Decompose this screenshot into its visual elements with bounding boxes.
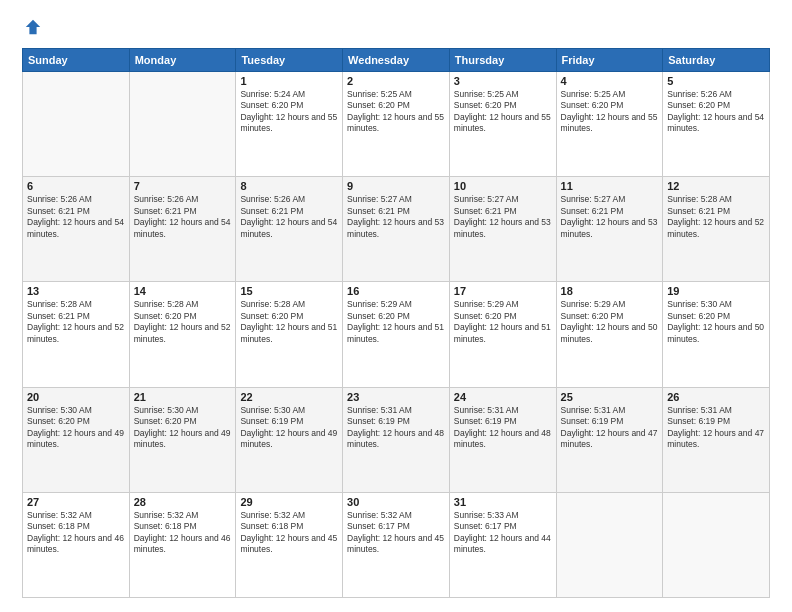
day-info: Sunrise: 5:28 AMSunset: 6:21 PMDaylight:… <box>27 299 125 345</box>
day-number: 10 <box>454 180 552 192</box>
calendar-cell: 24Sunrise: 5:31 AMSunset: 6:19 PMDayligh… <box>449 387 556 492</box>
calendar-cell: 29Sunrise: 5:32 AMSunset: 6:18 PMDayligh… <box>236 492 343 597</box>
day-number: 16 <box>347 285 445 297</box>
day-number: 9 <box>347 180 445 192</box>
day-info: Sunrise: 5:31 AMSunset: 6:19 PMDaylight:… <box>667 405 765 451</box>
day-number: 18 <box>561 285 659 297</box>
calendar-cell: 15Sunrise: 5:28 AMSunset: 6:20 PMDayligh… <box>236 282 343 387</box>
day-number: 15 <box>240 285 338 297</box>
calendar-cell: 7Sunrise: 5:26 AMSunset: 6:21 PMDaylight… <box>129 177 236 282</box>
day-number: 8 <box>240 180 338 192</box>
calendar-header-thursday: Thursday <box>449 49 556 72</box>
day-info: Sunrise: 5:32 AMSunset: 6:18 PMDaylight:… <box>240 510 338 556</box>
day-number: 12 <box>667 180 765 192</box>
day-number: 24 <box>454 391 552 403</box>
day-info: Sunrise: 5:31 AMSunset: 6:19 PMDaylight:… <box>561 405 659 451</box>
day-number: 30 <box>347 496 445 508</box>
calendar-cell: 12Sunrise: 5:28 AMSunset: 6:21 PMDayligh… <box>663 177 770 282</box>
calendar-cell: 27Sunrise: 5:32 AMSunset: 6:18 PMDayligh… <box>23 492 130 597</box>
calendar-cell: 17Sunrise: 5:29 AMSunset: 6:20 PMDayligh… <box>449 282 556 387</box>
day-info: Sunrise: 5:32 AMSunset: 6:18 PMDaylight:… <box>27 510 125 556</box>
calendar-cell: 2Sunrise: 5:25 AMSunset: 6:20 PMDaylight… <box>343 72 450 177</box>
calendar-week-row-3: 13Sunrise: 5:28 AMSunset: 6:21 PMDayligh… <box>23 282 770 387</box>
day-info: Sunrise: 5:32 AMSunset: 6:17 PMDaylight:… <box>347 510 445 556</box>
day-info: Sunrise: 5:29 AMSunset: 6:20 PMDaylight:… <box>454 299 552 345</box>
calendar-cell: 11Sunrise: 5:27 AMSunset: 6:21 PMDayligh… <box>556 177 663 282</box>
day-number: 4 <box>561 75 659 87</box>
calendar-table: SundayMondayTuesdayWednesdayThursdayFrid… <box>22 48 770 598</box>
day-info: Sunrise: 5:26 AMSunset: 6:21 PMDaylight:… <box>27 194 125 240</box>
calendar-cell: 28Sunrise: 5:32 AMSunset: 6:18 PMDayligh… <box>129 492 236 597</box>
calendar-cell: 14Sunrise: 5:28 AMSunset: 6:20 PMDayligh… <box>129 282 236 387</box>
day-info: Sunrise: 5:31 AMSunset: 6:19 PMDaylight:… <box>347 405 445 451</box>
calendar-cell: 20Sunrise: 5:30 AMSunset: 6:20 PMDayligh… <box>23 387 130 492</box>
day-number: 1 <box>240 75 338 87</box>
day-number: 11 <box>561 180 659 192</box>
calendar-cell: 21Sunrise: 5:30 AMSunset: 6:20 PMDayligh… <box>129 387 236 492</box>
day-info: Sunrise: 5:24 AMSunset: 6:20 PMDaylight:… <box>240 89 338 135</box>
calendar-cell: 31Sunrise: 5:33 AMSunset: 6:17 PMDayligh… <box>449 492 556 597</box>
calendar-cell: 6Sunrise: 5:26 AMSunset: 6:21 PMDaylight… <box>23 177 130 282</box>
calendar-header-monday: Monday <box>129 49 236 72</box>
day-number: 3 <box>454 75 552 87</box>
calendar-cell: 13Sunrise: 5:28 AMSunset: 6:21 PMDayligh… <box>23 282 130 387</box>
calendar-cell: 18Sunrise: 5:29 AMSunset: 6:20 PMDayligh… <box>556 282 663 387</box>
day-info: Sunrise: 5:33 AMSunset: 6:17 PMDaylight:… <box>454 510 552 556</box>
day-number: 31 <box>454 496 552 508</box>
day-info: Sunrise: 5:30 AMSunset: 6:20 PMDaylight:… <box>27 405 125 451</box>
day-info: Sunrise: 5:30 AMSunset: 6:20 PMDaylight:… <box>667 299 765 345</box>
calendar-cell: 9Sunrise: 5:27 AMSunset: 6:21 PMDaylight… <box>343 177 450 282</box>
calendar-week-row-2: 6Sunrise: 5:26 AMSunset: 6:21 PMDaylight… <box>23 177 770 282</box>
calendar-cell: 19Sunrise: 5:30 AMSunset: 6:20 PMDayligh… <box>663 282 770 387</box>
day-number: 25 <box>561 391 659 403</box>
day-info: Sunrise: 5:28 AMSunset: 6:20 PMDaylight:… <box>134 299 232 345</box>
calendar-cell: 25Sunrise: 5:31 AMSunset: 6:19 PMDayligh… <box>556 387 663 492</box>
calendar-cell: 22Sunrise: 5:30 AMSunset: 6:19 PMDayligh… <box>236 387 343 492</box>
day-number: 7 <box>134 180 232 192</box>
day-number: 17 <box>454 285 552 297</box>
day-number: 19 <box>667 285 765 297</box>
day-number: 26 <box>667 391 765 403</box>
day-number: 6 <box>27 180 125 192</box>
calendar-header-saturday: Saturday <box>663 49 770 72</box>
day-info: Sunrise: 5:26 AMSunset: 6:20 PMDaylight:… <box>667 89 765 135</box>
calendar-week-row-4: 20Sunrise: 5:30 AMSunset: 6:20 PMDayligh… <box>23 387 770 492</box>
calendar-cell: 23Sunrise: 5:31 AMSunset: 6:19 PMDayligh… <box>343 387 450 492</box>
day-info: Sunrise: 5:26 AMSunset: 6:21 PMDaylight:… <box>240 194 338 240</box>
logo-icon <box>24 18 42 36</box>
calendar-header-row: SundayMondayTuesdayWednesdayThursdayFrid… <box>23 49 770 72</box>
day-number: 13 <box>27 285 125 297</box>
day-info: Sunrise: 5:27 AMSunset: 6:21 PMDaylight:… <box>347 194 445 240</box>
day-info: Sunrise: 5:25 AMSunset: 6:20 PMDaylight:… <box>561 89 659 135</box>
day-info: Sunrise: 5:31 AMSunset: 6:19 PMDaylight:… <box>454 405 552 451</box>
day-number: 20 <box>27 391 125 403</box>
day-info: Sunrise: 5:32 AMSunset: 6:18 PMDaylight:… <box>134 510 232 556</box>
calendar-cell: 10Sunrise: 5:27 AMSunset: 6:21 PMDayligh… <box>449 177 556 282</box>
calendar-cell: 3Sunrise: 5:25 AMSunset: 6:20 PMDaylight… <box>449 72 556 177</box>
calendar-week-row-1: 1Sunrise: 5:24 AMSunset: 6:20 PMDaylight… <box>23 72 770 177</box>
day-info: Sunrise: 5:26 AMSunset: 6:21 PMDaylight:… <box>134 194 232 240</box>
calendar-cell: 4Sunrise: 5:25 AMSunset: 6:20 PMDaylight… <box>556 72 663 177</box>
calendar-week-row-5: 27Sunrise: 5:32 AMSunset: 6:18 PMDayligh… <box>23 492 770 597</box>
day-number: 14 <box>134 285 232 297</box>
day-number: 23 <box>347 391 445 403</box>
day-info: Sunrise: 5:29 AMSunset: 6:20 PMDaylight:… <box>347 299 445 345</box>
day-info: Sunrise: 5:29 AMSunset: 6:20 PMDaylight:… <box>561 299 659 345</box>
day-info: Sunrise: 5:25 AMSunset: 6:20 PMDaylight:… <box>454 89 552 135</box>
calendar-header-tuesday: Tuesday <box>236 49 343 72</box>
day-number: 28 <box>134 496 232 508</box>
calendar-cell: 5Sunrise: 5:26 AMSunset: 6:20 PMDaylight… <box>663 72 770 177</box>
day-number: 29 <box>240 496 338 508</box>
day-info: Sunrise: 5:28 AMSunset: 6:20 PMDaylight:… <box>240 299 338 345</box>
calendar-cell: 30Sunrise: 5:32 AMSunset: 6:17 PMDayligh… <box>343 492 450 597</box>
day-number: 2 <box>347 75 445 87</box>
day-info: Sunrise: 5:30 AMSunset: 6:20 PMDaylight:… <box>134 405 232 451</box>
day-info: Sunrise: 5:27 AMSunset: 6:21 PMDaylight:… <box>561 194 659 240</box>
day-info: Sunrise: 5:25 AMSunset: 6:20 PMDaylight:… <box>347 89 445 135</box>
calendar-cell <box>663 492 770 597</box>
day-number: 27 <box>27 496 125 508</box>
page: SundayMondayTuesdayWednesdayThursdayFrid… <box>0 0 792 612</box>
calendar-cell: 1Sunrise: 5:24 AMSunset: 6:20 PMDaylight… <box>236 72 343 177</box>
header <box>22 18 770 38</box>
calendar-cell: 26Sunrise: 5:31 AMSunset: 6:19 PMDayligh… <box>663 387 770 492</box>
